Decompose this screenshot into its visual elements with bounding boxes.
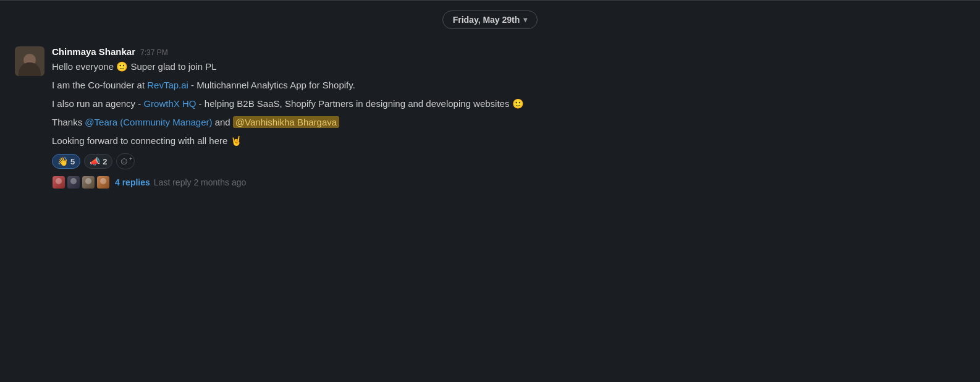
growthx-link[interactable]: GrowthX HQ [143,98,196,109]
wave-count: 5 [70,157,75,166]
message-line-3: I also run an agency - GrowthX HQ - help… [52,96,850,111]
date-header: Friday, May 29th ▾ [0,1,980,41]
chevron-down-icon: ▾ [523,15,527,24]
replies-link[interactable]: 4 replies [115,177,150,187]
timestamp: 7:37 PM [140,48,168,57]
megaphone-emoji: 📣 [90,156,100,166]
username: Chinmaya Shankar [52,46,135,57]
mention-teara[interactable]: @Teara (Community Manager) [85,117,212,127]
reply-avatars [52,176,111,189]
message-body: Chinmaya Shankar 7:37 PM Hello everyone … [52,46,850,189]
message-line-2: I am the Co-founder at RevTap.ai - Multi… [52,78,850,93]
reaction-megaphone[interactable]: 📣 2 [84,154,112,169]
date-label: Friday, May 29th [453,15,520,25]
reply-avatar-2 [67,176,80,189]
message-line-1: Hello everyone 🙂 Super glad to join PL [52,59,850,74]
reply-avatar-1 [52,176,65,189]
message-text: Hello everyone 🙂 Super glad to join PL I… [52,59,850,148]
date-pill[interactable]: Friday, May 29th ▾ [442,11,538,29]
message-line-4: Thanks @Teara (Community Manager) and @V… [52,115,850,130]
add-reaction-button[interactable]: ☺+ [116,153,135,169]
last-reply-meta: Last reply 2 months ago [154,177,246,187]
megaphone-count: 2 [103,157,107,166]
replies-row: 4 replies Last reply 2 months ago [52,176,850,189]
add-emoji-icon: ☺+ [119,156,133,167]
wave-emoji: 👋 [57,156,68,166]
mention-vanhishikha[interactable]: @Vanhishikha Bhargava [233,116,339,128]
revtap-link[interactable]: RevTap.ai [147,80,188,90]
reply-avatar-4 [96,176,110,189]
message-container: Chinmaya Shankar 7:37 PM Hello everyone … [0,41,865,194]
reply-avatar-3 [82,176,95,189]
avatar [15,46,44,76]
message-header: Chinmaya Shankar 7:37 PM [52,46,850,57]
reactions-row: 👋 5 📣 2 ☺+ [52,153,850,169]
reaction-wave[interactable]: 👋 5 [52,154,80,169]
message-line-5: Looking forward to connecting with all h… [52,134,850,148]
